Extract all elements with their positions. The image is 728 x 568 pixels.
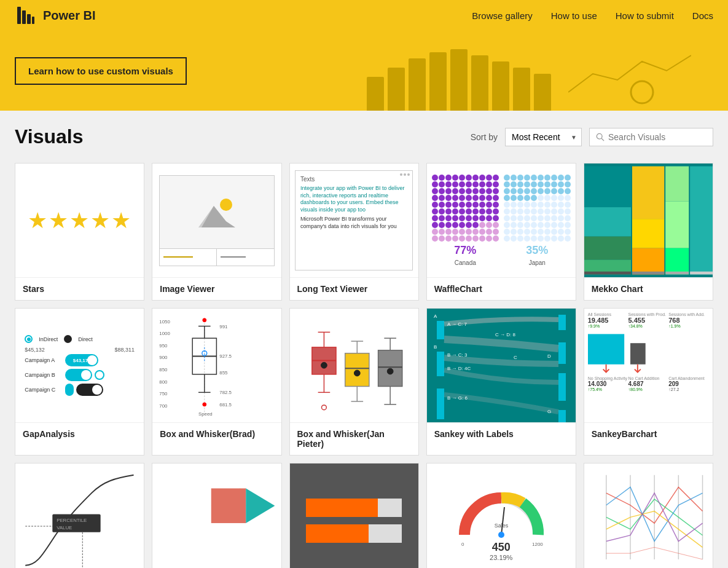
banner: Learn how to use custom visuals: [0, 31, 728, 111]
nav-how-to-submit[interactable]: How to submit: [616, 10, 674, 21]
japan-pct: 35%: [526, 244, 548, 257]
cart-abandon-value: 209: [668, 381, 709, 387]
svg-text:1200: 1200: [532, 542, 543, 547]
card-sankey-barchart[interactable]: All Sessions 19.485 ↑9.9% Sessions with …: [584, 308, 713, 456]
top-nav: Power BI Browse gallery How to use How t…: [0, 0, 728, 31]
card-long-text-viewer[interactable]: Texts Integrate your app with Power BI t…: [289, 163, 419, 301]
mekko-chart-svg: [584, 164, 713, 277]
svg-point-57: [321, 405, 326, 410]
svg-text:PERCENTILE: PERCENTILE: [57, 518, 87, 523]
sort-wrapper[interactable]: Most Recent Most Popular Alphabetical: [505, 128, 582, 146]
card-visual-sankey-labels: A → C: 7 C → D: 8 B → C: 3 C B → D: 4C D…: [427, 309, 576, 422]
card-label-box-jan: Box and Whisker(Jan Pieter): [290, 422, 418, 455]
footer-line-1: [163, 256, 193, 258]
box-whisker-jan-svg: [293, 314, 415, 417]
search-input[interactable]: [608, 132, 706, 142]
banner-line-chart: [568, 43, 691, 111]
image-footer-left: [160, 249, 217, 266]
svg-rect-20: [665, 248, 689, 275]
banner-bar-4: [429, 52, 447, 111]
radio-indirect: [25, 335, 33, 343]
card-gap-analysis[interactable]: InDirect Direct $45,132 $88,311 Campaign…: [15, 308, 144, 456]
svg-rect-23: [632, 272, 664, 275]
svg-text:927.5: 927.5: [220, 354, 232, 360]
card-visual-percentile: PERCENTILE 70 VALUE 162: [15, 463, 144, 568]
nav-docs[interactable]: Docs: [692, 10, 713, 21]
card-funnel[interactable]: Funnel: [152, 463, 281, 568]
card-label-image-viewer: Image Viewer: [152, 277, 281, 300]
card-visual-gap: InDirect Direct $45,132 $88,311 Campaign…: [15, 309, 144, 422]
svg-rect-91: [630, 343, 646, 365]
svg-rect-19: [665, 202, 689, 248]
svg-text:C: C: [514, 355, 517, 360]
svg-text:162: 162: [104, 524, 113, 531]
card-gauge[interactable]: Sales 0 1200 450 23.19% Gauge: [426, 463, 576, 568]
card-image-viewer[interactable]: Image Viewer: [152, 163, 281, 301]
svg-rect-15: [632, 167, 664, 219]
svg-point-5: [631, 81, 653, 103]
japan-label: Japan: [529, 259, 546, 266]
svg-text:1000: 1000: [160, 331, 171, 337]
campaign-a-label: Campaign A: [25, 357, 63, 363]
image-placeholder: [160, 176, 274, 248]
svg-text:A → C: 7: A → C: 7: [447, 321, 468, 327]
search-box[interactable]: [589, 128, 713, 146]
card-parallel[interactable]: Parallel Coordinates: [584, 463, 713, 568]
svg-point-72: [387, 368, 393, 374]
card-label-sankey-barchart: SankeyBarchart: [584, 422, 713, 445]
svg-text:782.5: 782.5: [220, 390, 232, 396]
svg-point-58: [321, 363, 327, 369]
card-sankey-labels[interactable]: A → C: 7 C → D: 8 B → C: 3 C B → D: 4C D…: [426, 308, 576, 456]
svg-rect-61: [345, 353, 369, 387]
gauge-value: 450: [492, 541, 511, 554]
sankey-barchart-mockup: All Sessions 19.485 ↑9.9% Sessions with …: [584, 309, 713, 422]
footer-line-2: [221, 256, 245, 258]
waffle-grid-canada: [432, 175, 499, 242]
banner-bar-7: [492, 61, 509, 111]
main-content: Visuals Sort by Most Recent Most Popular…: [0, 111, 728, 568]
learn-how-button[interactable]: Learn how to use custom visuals: [15, 57, 187, 85]
sort-select[interactable]: Most Recent Most Popular Alphabetical: [505, 128, 582, 146]
svg-text:70: 70: [104, 517, 110, 523]
svg-rect-79: [558, 410, 566, 422]
mountain-icon: [192, 194, 241, 231]
svg-rect-78: [558, 373, 566, 401]
svg-rect-16: [632, 219, 664, 248]
text-viewer-title: Texts: [300, 176, 408, 183]
card-visual-long-text: Texts Integrate your app with Power BI t…: [290, 164, 418, 277]
svg-point-6: [597, 133, 602, 139]
radio-direct-label: Direct: [78, 336, 93, 342]
card-box-whisker-brad[interactable]: 1050 1000 950 900 850 800 750 700: [152, 308, 281, 456]
nav-browse-gallery[interactable]: Browse gallery: [472, 10, 532, 21]
svg-rect-18: [665, 167, 689, 202]
card-visual-gauge: Sales 0 1200 450 23.19%: [427, 463, 576, 568]
svg-rect-101: [211, 489, 245, 523]
card-waffle-chart[interactable]: 77% Canada 35% Japan WaffleChart: [426, 163, 576, 301]
card-mekko-chart[interactable]: Mekko Chart: [584, 163, 713, 301]
radio-direct: [64, 335, 72, 343]
svg-rect-90: [588, 334, 624, 364]
svg-rect-74: [437, 352, 444, 376]
card-bullet-chart[interactable]: Bullet Chart: [289, 463, 419, 568]
svg-marker-102: [246, 489, 275, 523]
text-line-1: Integrate your app with Power BI to deli…: [300, 185, 408, 214]
svg-text:B → G: 6: B → G: 6: [447, 395, 468, 401]
nav-how-to-use[interactable]: How to use: [551, 10, 597, 21]
svg-rect-2: [22, 10, 26, 24]
svg-text:1050: 1050: [160, 319, 171, 325]
card-percentile[interactable]: PERCENTILE 70 VALUE 162 Percentile: [15, 463, 144, 568]
logo-text: Power BI: [43, 9, 96, 23]
svg-text:681.5: 681.5: [220, 402, 232, 408]
card-visual-parallel: [584, 463, 713, 568]
svg-text:855: 855: [220, 370, 229, 376]
power-bi-logo-icon: [15, 4, 37, 26]
banner-bar-9: [534, 74, 551, 111]
svg-rect-21: [690, 167, 713, 275]
svg-text:900: 900: [160, 355, 168, 361]
card-stars[interactable]: ★★★★★ Stars: [15, 163, 144, 301]
card-visual-image-viewer: [152, 164, 281, 277]
search-icon: [596, 133, 605, 141]
campaign-b-label: Campaign B: [25, 372, 63, 378]
card-visual-sankey-barchart: All Sessions 19.485 ↑9.9% Sessions with …: [584, 309, 713, 422]
card-box-whisker-jan[interactable]: Box and Whisker(Jan Pieter): [289, 308, 419, 456]
